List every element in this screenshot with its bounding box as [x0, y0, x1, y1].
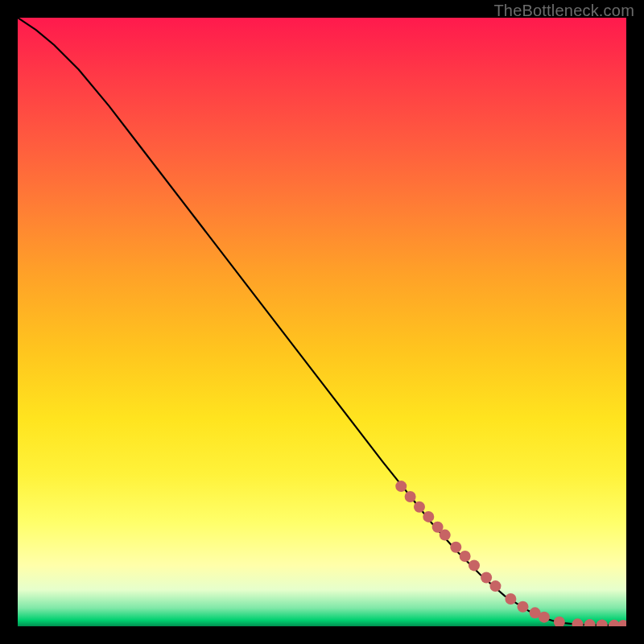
data-marker [405, 491, 416, 502]
attribution-text: TheBottleneck.com [493, 2, 634, 20]
data-marker [469, 559, 480, 571]
data-marker [572, 618, 584, 626]
bottleneck-curve-line [18, 18, 626, 625]
data-marker [460, 551, 471, 562]
chart-svg [18, 18, 626, 626]
data-marker [395, 481, 407, 492]
data-marker [423, 511, 434, 522]
data-marker [554, 617, 565, 626]
data-marker [505, 593, 516, 605]
data-marker [450, 542, 461, 553]
marker-group [395, 481, 626, 626]
data-marker [517, 601, 528, 613]
data-marker [539, 612, 550, 623]
data-marker [481, 572, 492, 584]
data-marker [440, 530, 451, 541]
data-marker [414, 502, 425, 513]
data-marker [597, 619, 608, 626]
data-marker [584, 619, 596, 626]
plot-area [18, 18, 626, 626]
data-marker [489, 580, 501, 592]
data-marker [617, 620, 626, 626]
